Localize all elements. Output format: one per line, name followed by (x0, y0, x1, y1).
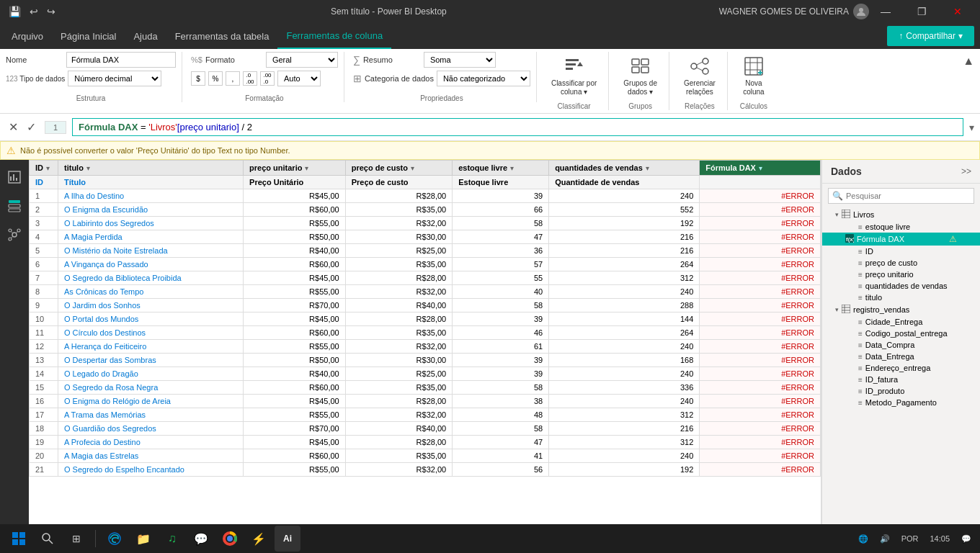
tree-item[interactable]: ≡ID (822, 246, 980, 257)
redo-icon[interactable]: ↪ (44, 3, 58, 20)
taskbar-taskview-btn[interactable]: ⊞ (63, 526, 89, 552)
sort-estoque-btn[interactable]: ▾ (509, 164, 515, 172)
menu-ferramentas-coluna[interactable]: Ferramentas de coluna (277, 23, 391, 49)
title-bar: 💾 ↩ ↪ Sem título - Power BI Desktop WAGN… (0, 0, 980, 23)
minimize-button[interactable]: — (869, 0, 902, 23)
taskbar-search-btn[interactable] (35, 526, 61, 552)
formato-select[interactable]: Geral (266, 52, 338, 68)
taskbar-spotify-btn[interactable]: ♫ (159, 526, 185, 552)
sidebar-model-icon[interactable] (3, 223, 26, 246)
tree-item[interactable]: ▾Livros (822, 208, 980, 221)
search-input[interactable] (828, 188, 974, 204)
table-row: 8As Crônicas do TempoR$55,00R$32,0040240… (30, 285, 821, 299)
sort-qtd-btn[interactable]: ▾ (644, 164, 651, 172)
taskbar-notification-icon[interactable]: 💬 (958, 534, 974, 544)
menu-pagina-inicial[interactable]: Página Inicial (52, 23, 125, 49)
close-button[interactable]: ✕ (941, 0, 974, 23)
dollar-btn[interactable]: $ (191, 71, 205, 86)
sort-titulo-btn[interactable]: ▾ (85, 164, 92, 172)
tree-item[interactable]: ≡ID_produto (822, 385, 980, 397)
tipo-dados-select[interactable]: Número decimal (68, 71, 161, 86)
sort-id-btn[interactable]: ▾ (45, 164, 51, 172)
tree-item[interactable]: ≡quantidades de vendas (822, 280, 980, 292)
ribbon-collapse-btn[interactable]: ▲ (963, 55, 974, 68)
taskbar-edge-btn[interactable] (102, 526, 128, 552)
formula-text: Fórmula DAX = 'Livros'[preço unitario] /… (79, 122, 252, 132)
sort-formula-btn[interactable]: ▾ (757, 164, 764, 172)
tree-item[interactable]: ≡Metodo_Pagamento (822, 397, 980, 408)
comma-btn[interactable]: , (226, 71, 240, 86)
sort-preco-custo-btn[interactable]: ▾ (409, 164, 416, 172)
svg-point-11 (703, 68, 708, 74)
resumo-row: ∑ Resumo Soma (353, 52, 530, 68)
maximize-button[interactable]: ❐ (905, 0, 938, 23)
classificar-group-label: Classificar (558, 99, 591, 110)
svg-line-12 (697, 62, 703, 65)
sort-preco-unitario-btn[interactable]: ▾ (303, 164, 310, 172)
right-panel: Dados >> 🔍 ▾Livros≡estoque livref(x)Fórm… (821, 160, 980, 529)
search-box: 🔍 (828, 188, 974, 204)
table-body: 1A Ilha do DestinoR$45,00R$28,0039240#ER… (30, 189, 821, 477)
taskbar-ai-btn[interactable]: Ai (275, 526, 300, 552)
tree-item[interactable]: ≡estoque livre (822, 221, 980, 233)
tree-item[interactable]: ▾registro_vendas (822, 303, 980, 316)
taskbar-whatsapp-btn[interactable]: 💬 (188, 526, 214, 552)
ribbon-relacoes-group: Gerenciarrelações Relações (678, 52, 728, 110)
table-row: 10O Portal dos MundosR$45,00R$28,0039144… (30, 313, 821, 326)
taskbar-chrome-btn[interactable] (217, 526, 243, 552)
th-preco-custo: preço de custo ▾ (345, 161, 452, 176)
taskbar-file-btn[interactable]: 📁 (130, 526, 156, 552)
formula-cancel-btn[interactable]: ✕ (6, 119, 21, 135)
categoria-select[interactable]: Não categorizado (437, 71, 530, 86)
taskbar-time: 14:05 (927, 534, 953, 543)
table-row: 11O Círculo dos DestinosR$60,00R$35,0046… (30, 326, 821, 340)
decimal-dec-btn[interactable]: .00.0 (260, 71, 275, 86)
taskbar-powerbi-btn[interactable]: ⚡ (246, 526, 272, 552)
formato-row: %$ Formato Geral (191, 52, 338, 68)
right-panel-expand-btn[interactable]: >> (961, 166, 971, 176)
user-avatar[interactable] (853, 4, 869, 19)
ribbon-classificar-group: Classificar porcoluna ▾ Classificar (545, 52, 609, 110)
classificar-btn[interactable]: Classificar porcoluna ▾ (545, 52, 602, 99)
auto-select[interactable]: Auto (277, 71, 321, 86)
formula-content[interactable]: Fórmula DAX = 'Livros'[preço unitario] /… (72, 118, 963, 136)
nova-coluna-label: Novacoluna (743, 79, 764, 96)
menu-ferramentas-tabela[interactable]: Ferramentas da tabela (166, 23, 278, 49)
sidebar-report-icon[interactable] (3, 166, 26, 189)
tree-item[interactable]: ≡Cidade_Entrega (822, 316, 980, 328)
table-row: 1A Ilha do DestinoR$45,00R$28,0039240#ER… (30, 189, 821, 203)
tree-item[interactable]: ≡Data_Entrega (822, 351, 980, 362)
subheader-titulo: Título (58, 176, 244, 189)
undo-icon[interactable]: ↩ (27, 3, 41, 20)
sidebar-data-icon[interactable] (3, 194, 26, 217)
grupos-icon (629, 55, 652, 78)
save-icon[interactable]: 💾 (6, 3, 24, 20)
menu-arquivo[interactable]: Arquivo (3, 23, 52, 49)
svg-rect-6 (641, 59, 649, 65)
tree-item[interactable]: ≡ID_fatura (822, 374, 980, 385)
formato-label: Formato (205, 55, 263, 64)
decimal-inc-btn[interactable]: .0.00 (243, 71, 257, 86)
table-container[interactable]: ID ▾ titulo ▾ preço unitario ▾ (29, 160, 821, 529)
nova-coluna-btn[interactable]: Novacoluna (736, 52, 771, 99)
menu-ajuda[interactable]: Ajuda (125, 23, 166, 49)
svg-point-29 (9, 229, 12, 232)
tree-item[interactable]: f(x)Fórmula DAX⚠ (822, 233, 980, 246)
share-button[interactable]: ↑ Compartilhar ▾ (887, 26, 974, 46)
grupos-btn[interactable]: Grupos dedados ▾ (618, 52, 663, 99)
tree-item[interactable]: ≡Codigo_postal_entrega (822, 328, 980, 339)
gerenciar-btn[interactable]: Gerenciarrelações (678, 52, 721, 99)
nome-input[interactable] (66, 52, 176, 68)
tree-item[interactable]: ≡preço de custo (822, 257, 980, 269)
tree-item[interactable]: ≡preço unitario (822, 269, 980, 280)
formula-confirm-btn[interactable]: ✓ (24, 119, 39, 135)
percent-btn[interactable]: % (208, 71, 223, 86)
tree-item[interactable]: ≡titulo (822, 292, 980, 303)
tree-item[interactable]: ≡Data_Compra (822, 339, 980, 351)
formula-expand-btn[interactable]: ▾ (969, 122, 974, 133)
classificar-icon (563, 55, 586, 78)
resumo-select[interactable]: Soma (424, 52, 496, 68)
gerenciar-icon (688, 55, 711, 78)
taskbar-start-btn[interactable] (6, 526, 32, 552)
tree-item[interactable]: ≡Endereço_entrega (822, 362, 980, 374)
